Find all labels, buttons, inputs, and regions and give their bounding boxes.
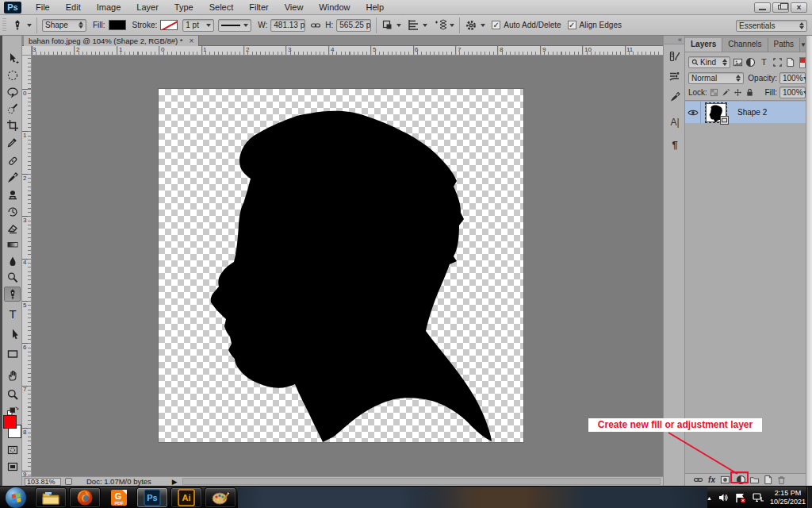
stroke-type-select[interactable] <box>218 19 251 32</box>
lock-all-icon[interactable] <box>745 87 755 98</box>
canvas-pasteboard[interactable] <box>32 56 663 476</box>
brush-panel-icon[interactable] <box>666 67 684 85</box>
new-group-button[interactable] <box>748 475 761 486</box>
start-button[interactable] <box>4 487 28 508</box>
layer-filter-kind-select[interactable]: Kind <box>688 56 730 68</box>
taskbar-pdf-reader[interactable]: GPDF <box>103 487 135 508</box>
history-panel-icon[interactable] <box>666 48 684 65</box>
fill-swatch[interactable] <box>109 20 126 30</box>
screen-mode-toggle[interactable] <box>4 459 21 474</box>
ruler-corner[interactable] <box>22 46 32 56</box>
eyedropper-tool[interactable] <box>4 134 21 149</box>
rectangle-tool[interactable] <box>4 346 21 361</box>
layer-visibility-toggle[interactable] <box>685 102 701 123</box>
shape-height-input[interactable]: 565.25 px <box>336 19 371 32</box>
menu-view[interactable]: View <box>277 0 312 14</box>
minimize-button[interactable] <box>754 2 771 13</box>
head-silhouette-shape[interactable] <box>159 89 523 442</box>
tab-channels[interactable]: Channels <box>722 38 768 52</box>
clone-stamp-tool[interactable] <box>4 187 21 202</box>
menu-help[interactable]: Help <box>358 0 392 14</box>
show-desktop-button[interactable] <box>806 487 812 508</box>
taskbar-file-explorer[interactable] <box>35 487 67 508</box>
lock-position-icon[interactable] <box>733 87 743 98</box>
opacity-input[interactable]: 100% <box>779 72 806 84</box>
taskbar-firefox[interactable] <box>69 487 101 508</box>
tool-mode-select[interactable]: Shape <box>42 19 86 32</box>
zoom-level-input[interactable]: 103.81% <box>25 478 61 486</box>
taskbar-paint[interactable] <box>205 487 236 508</box>
quick-selection-tool[interactable] <box>4 101 21 116</box>
vertical-ruler[interactable]: 0 1 2 3 4 5 6 7 8 9 <box>22 56 32 476</box>
layer-name[interactable]: Shape 2 <box>737 108 767 117</box>
gradient-tool[interactable] <box>4 237 21 252</box>
zoom-tool[interactable] <box>4 387 21 402</box>
pen-tool[interactable] <box>4 287 21 302</box>
character-panel-icon[interactable]: A| <box>666 114 684 131</box>
restore-button[interactable] <box>772 2 789 13</box>
path-alignment-button[interactable] <box>408 19 427 31</box>
type-tool[interactable]: T <box>4 306 21 321</box>
healing-brush-tool[interactable] <box>4 153 21 168</box>
taskbar-clock[interactable]: 2:15 PM 10/25/2021 <box>770 489 806 506</box>
brush-tool[interactable] <box>4 170 21 185</box>
tool-preset-picker[interactable] <box>11 19 32 32</box>
hand-tool[interactable] <box>4 368 21 383</box>
foreground-color-swatch[interactable] <box>3 415 17 429</box>
blur-tool[interactable] <box>4 253 21 268</box>
move-tool[interactable] <box>4 51 21 66</box>
menu-type[interactable]: Type <box>167 0 201 14</box>
paragraph-panel-icon[interactable]: ¶ <box>666 136 684 153</box>
volume-icon[interactable] <box>718 493 729 502</box>
path-arrangement-button[interactable] <box>434 19 454 31</box>
menu-layer[interactable]: Layer <box>128 0 167 14</box>
workspace-switcher[interactable]: Essentials <box>736 20 807 32</box>
auto-add-delete-checkbox[interactable]: ✓ <box>492 21 500 29</box>
link-layers-button[interactable] <box>691 475 705 486</box>
filter-smart-objects-icon[interactable] <box>784 57 796 68</box>
path-operations-button[interactable] <box>381 19 401 31</box>
crop-tool[interactable] <box>4 117 21 133</box>
network-icon[interactable] <box>753 493 764 502</box>
layer-row-shape-2[interactable]: Shape 2 <box>685 102 806 123</box>
pen-options-gear-button[interactable] <box>465 19 485 32</box>
new-layer-button[interactable] <box>761 475 775 486</box>
layer-filter-switch[interactable] <box>799 57 806 68</box>
expand-panels-control[interactable]: « <box>664 36 684 44</box>
menu-image[interactable]: Image <box>89 0 129 14</box>
tab-paths[interactable]: Paths <box>768 38 801 52</box>
delete-layer-button[interactable] <box>775 475 788 486</box>
brush-presets-panel-icon[interactable] <box>666 88 684 106</box>
layer-thumbnail[interactable] <box>706 103 726 122</box>
menu-select[interactable]: Select <box>201 0 242 14</box>
stroke-swatch[interactable] <box>160 20 178 30</box>
taskbar-illustrator[interactable]: Ai <box>170 487 202 508</box>
shape-width-input[interactable]: 481.13 px <box>270 19 305 32</box>
link-dimensions-icon[interactable] <box>310 20 321 31</box>
action-center-flag-icon[interactable] <box>735 493 746 503</box>
tab-close-icon[interactable]: × <box>190 37 194 45</box>
filter-shape-layers-icon[interactable] <box>772 57 783 68</box>
filter-adjustment-layers-icon[interactable] <box>745 57 757 68</box>
close-button[interactable]: × <box>791 2 807 13</box>
lock-pixels-icon[interactable] <box>721 87 731 98</box>
fill-input[interactable]: 100% <box>779 87 806 98</box>
lasso-tool[interactable] <box>4 84 21 99</box>
horizontal-ruler[interactable]: 3 2 1 0 1 2 3 4 5 6 7 8 9 10 11 <box>32 46 663 56</box>
menu-filter[interactable]: Filter <box>241 0 276 14</box>
stroke-width-input[interactable]: 1 pt <box>182 19 214 32</box>
tray-expand-icon[interactable]: ▲ <box>707 495 712 501</box>
eraser-tool[interactable] <box>4 220 21 235</box>
document-tab[interactable]: bahan foto.jpeg @ 104% (Shape 2, RGB/8#)… <box>24 36 199 46</box>
filter-pixel-layers-icon[interactable] <box>732 57 744 68</box>
menu-edit[interactable]: Edit <box>58 0 89 14</box>
menu-window[interactable]: Window <box>311 0 358 14</box>
filter-type-layers-icon[interactable]: T <box>758 57 770 68</box>
document-canvas[interactable] <box>159 89 523 442</box>
history-brush-tool[interactable] <box>4 203 21 218</box>
taskbar-photoshop[interactable]: Ps <box>136 487 168 508</box>
path-selection-tool[interactable] <box>4 326 21 341</box>
align-edges-checkbox[interactable]: ✓ <box>568 21 576 29</box>
quick-mask-toggle[interactable] <box>4 442 21 457</box>
elliptical-marquee-tool[interactable] <box>4 67 21 83</box>
